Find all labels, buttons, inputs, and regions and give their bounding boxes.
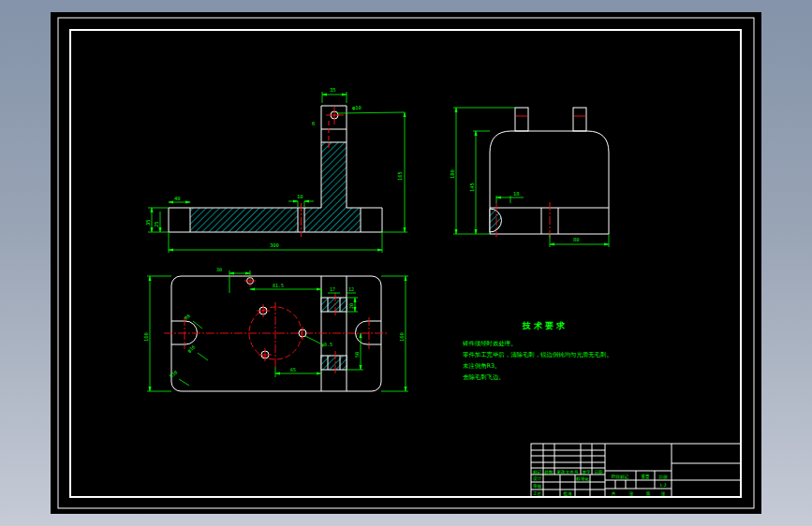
revision-header-sign: 签字 [582,470,591,475]
tech-requirements-title: 技术要求 [522,321,568,330]
dim-hole-offset: 30 [216,267,222,272]
tech-requirement-line: 去除毛刺飞边。 [463,373,505,381]
revision-header-docno: 更改文件号 [557,469,579,475]
dim-slot-a: 17 [330,286,335,292]
dim-tab-side: 6 [312,121,315,126]
revision-header-count: 处数 [543,469,554,475]
dim-slot-width: 10 [297,194,303,199]
dim-side-bottom: 80 [573,237,580,242]
front-section-view: 35 φ10 6 165 35 25 40 10 [145,87,407,253]
revision-header-mark: 标记 [532,469,542,475]
role-check: 审核 [533,484,542,489]
desktop-background: 35 φ10 6 165 35 25 40 10 [0,0,812,526]
sheet-border [58,18,754,508]
role-process: 工艺 [533,490,542,496]
scale-label: 比例 [658,475,668,480]
dim-slot-dia: φ16 [186,343,197,354]
dim-col-span: 50 [354,352,360,358]
dim-plan-height-left: 160 [143,332,149,342]
dim-base-height-outer: 35 [145,219,151,226]
dim-hole-label: φ10 [352,105,362,111]
tech-requirement-line: 铸件须经时效处理。 [462,340,517,347]
dim-overall-height: 165 [397,171,403,181]
tech-requirements: 技术要求 铸件须经时效处理。 零件加工完毕后，清除毛刺，锐边倒钝均匀光滑无毛刺。… [462,321,613,381]
dim-fillet-b: R10 [169,369,179,378]
scale-value: 1:2 [659,483,666,488]
dim-plan-hole-label: φ8.5 [321,342,332,348]
dim-side-body-height: 145 [469,183,475,192]
role-standardize: 标准化 [575,476,589,482]
dim-slot-b: 12 [348,286,354,292]
drawing-svg: 35 φ10 6 165 35 25 40 10 [51,12,761,514]
title-block: 标记 处数 更改文件号 签字 日期 设计 标准化 审核 工艺 批准 [531,444,741,497]
dim-center-to-col: 65 [290,367,296,373]
dim-tab-width: 35 [330,87,336,93]
sheet-total-label: 共 [612,491,616,496]
weight-label: 重量 [641,474,650,479]
side-boss-section [490,209,502,232]
cad-canvas[interactable]: 35 φ10 6 165 35 25 40 10 [51,12,761,514]
dim-lug-width: 40 [174,196,181,201]
dim-overall-width: 300 [270,242,279,248]
dim-side-boss: 18 [513,191,520,197]
dim-col-depth: 20 [348,303,354,309]
dim-base-height-inner: 25 [154,221,159,227]
role-design: 设计 [533,475,542,481]
side-view: 180 145 18 80 [450,108,609,247]
stage-label: 阶段标记 [612,474,629,480]
tech-requirement-line: 零件加工完毕后，清除毛刺，锐边倒钝均匀光滑无毛刺。 [463,351,613,358]
sheet-page-label: 第 [646,491,651,496]
dim-side-overall-height: 180 [450,169,455,179]
tech-requirement-line: 未注倒角R3。 [463,362,500,370]
plan-view: 30 81.5 17 12 20 50 160 [143,267,408,391]
dim-hole-pitch: 81.5 [273,283,284,288]
dim-plan-height-right: 160 [399,332,405,342]
